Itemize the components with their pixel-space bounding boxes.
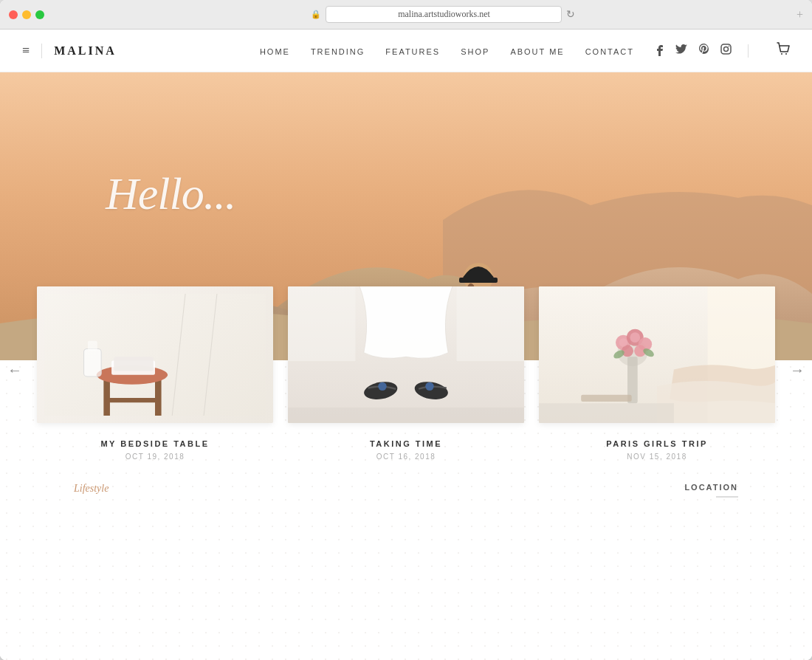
- hamburger-menu[interactable]: ≡: [22, 43, 30, 58]
- svg-rect-9: [459, 278, 498, 283]
- traffic-lights: [9, 10, 44, 19]
- nav-item-about[interactable]: ABOUT ME: [510, 44, 564, 58]
- card-date-2: OCT 16, 2018: [376, 453, 436, 461]
- svg-point-3: [781, 53, 782, 55]
- twitter-icon[interactable]: [675, 44, 687, 57]
- location-underline: [716, 496, 738, 498]
- lifestyle-label[interactable]: Lifestyle: [74, 483, 109, 498]
- pinterest-icon[interactable]: [699, 44, 709, 58]
- card-date-1: OCT 19, 2018: [125, 453, 185, 461]
- svg-point-25: [378, 382, 386, 391]
- card-taking-time[interactable]: TAKING TIME OCT 16, 2018: [288, 286, 524, 461]
- location-label: LOCATION: [684, 483, 738, 498]
- url-input[interactable]: malina.artstudioworks.net: [326, 6, 562, 23]
- svg-rect-44: [581, 395, 632, 402]
- nav-divider: [41, 44, 42, 58]
- card-title-2: TAKING TIME: [370, 439, 442, 448]
- card-title-3: PARIS GIRLS TRIP: [606, 439, 708, 448]
- close-button[interactable]: [9, 10, 18, 19]
- nav-social-divider: [748, 44, 749, 58]
- svg-point-39: [619, 338, 627, 346]
- reload-icon[interactable]: ↻: [566, 8, 575, 21]
- card-image-2: [288, 286, 524, 423]
- maximize-button[interactable]: [35, 10, 44, 19]
- cart-icon[interactable]: [777, 42, 790, 59]
- cards-container: ← →: [0, 286, 812, 498]
- hero-greeting: Hello...: [106, 167, 235, 219]
- location-title: LOCATION: [684, 483, 738, 492]
- card-image-3: [539, 286, 775, 423]
- facebook-icon[interactable]: [656, 43, 664, 59]
- svg-point-2: [729, 46, 730, 47]
- nav-item-shop[interactable]: SHOP: [461, 44, 489, 58]
- prev-arrow[interactable]: ←: [7, 362, 22, 379]
- card-bedside-table[interactable]: MY BEDSIDE TABLE OCT 19, 2018: [37, 286, 273, 461]
- site-content: ≡ MALINA HOME TRENDING FEATURES SHOP ABO…: [0, 30, 812, 660]
- svg-point-40: [630, 332, 640, 343]
- svg-rect-21: [88, 341, 97, 351]
- card-image-1: [37, 286, 273, 423]
- new-tab-button[interactable]: +: [796, 8, 803, 21]
- nav-item-contact[interactable]: CONTACT: [585, 44, 634, 58]
- svg-point-1: [724, 47, 729, 52]
- nav-links: HOME TRENDING FEATURES SHOP ABOUT ME CON…: [260, 44, 634, 58]
- social-links: [656, 42, 790, 59]
- card-title-1: MY BEDSIDE TABLE: [100, 439, 209, 448]
- card-date-3: NOV 15, 2018: [627, 453, 687, 461]
- svg-rect-19: [114, 357, 154, 371]
- svg-rect-15: [155, 377, 162, 416]
- nav-item-trending[interactable]: TRENDING: [311, 44, 365, 58]
- minimize-button[interactable]: [22, 10, 31, 19]
- blog-cards: MY BEDSIDE TABLE OCT 19, 2018: [37, 286, 775, 461]
- svg-rect-43: [539, 403, 674, 423]
- bottom-labels: Lifestyle LOCATION: [37, 468, 775, 498]
- svg-rect-28: [288, 286, 355, 361]
- svg-point-4: [785, 53, 787, 55]
- svg-rect-14: [103, 377, 110, 416]
- nav-item-home[interactable]: HOME: [260, 44, 290, 58]
- instagram-icon[interactable]: [720, 44, 732, 58]
- svg-rect-20: [84, 348, 102, 377]
- card-paris-trip[interactable]: PARIS GIRLS TRIP NOV 15, 2018: [539, 286, 775, 461]
- site-navigation: ≡ MALINA HOME TRENDING FEATURES SHOP ABO…: [0, 30, 812, 72]
- lock-icon: 🔒: [311, 10, 321, 19]
- svg-rect-29: [457, 286, 524, 361]
- address-bar: 🔒 malina.artstudioworks.net ↻: [103, 6, 783, 23]
- svg-point-26: [425, 382, 433, 391]
- next-arrow[interactable]: →: [790, 362, 805, 379]
- svg-rect-27: [288, 408, 524, 423]
- browser-chrome: 🔒 malina.artstudioworks.net ↻ +: [0, 0, 812, 30]
- site-logo[interactable]: MALINA: [54, 44, 260, 58]
- browser-window: 🔒 malina.artstudioworks.net ↻ + ≡ MALINA…: [0, 0, 812, 660]
- nav-item-features[interactable]: FEATURES: [385, 44, 440, 58]
